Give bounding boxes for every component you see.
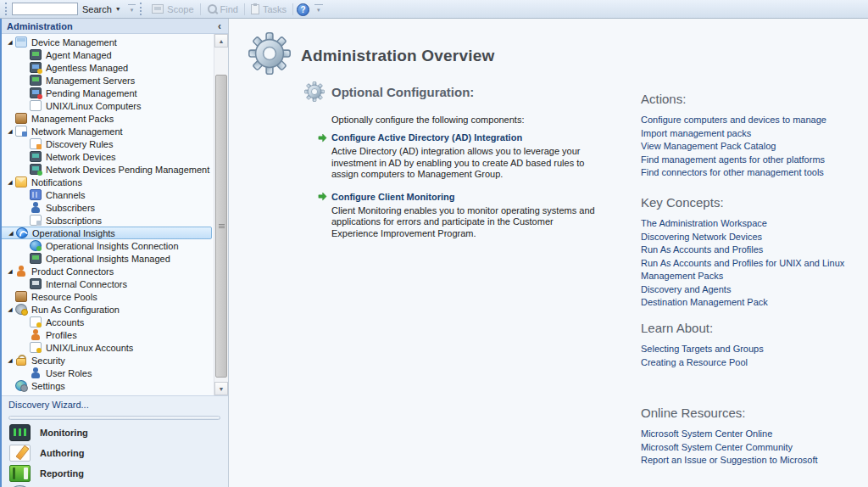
tree-item-channels[interactable]: Channels (0, 188, 214, 201)
tree-item-label: Network Devices (46, 152, 116, 162)
collapse-pane-icon[interactable]: ‹ (218, 21, 221, 31)
administration-gear-icon (248, 32, 291, 75)
config-link-configure-active-directory-ad-integration[interactable]: Configure Active Directory (AD) Integrat… (331, 132, 522, 143)
tree-item-agent-managed[interactable]: Agent Managed (0, 48, 214, 61)
tree-item-operational-insights-connection[interactable]: Operational Insights Connection (0, 239, 214, 252)
tree-item-management-packs[interactable]: Management Packs (0, 112, 214, 125)
tree-item-settings[interactable]: Settings (0, 379, 214, 392)
tree-expander-icon[interactable]: ◢ (5, 39, 15, 46)
tree-item-subscriptions[interactable]: Subscriptions (0, 214, 214, 227)
toolbar-options-icon[interactable]: ▾ (128, 4, 136, 14)
link-view-management-pack-catalog[interactable]: View Management Pack Catalog (641, 140, 868, 154)
nav-splitter[interactable] (0, 412, 228, 423)
tree-expander-icon[interactable]: ◢ (6, 230, 16, 237)
search-input[interactable] (12, 3, 78, 15)
section-learn-about: Learn About: Selecting Targets and Group… (641, 321, 868, 369)
tree-expander-icon[interactable]: ◢ (5, 268, 15, 275)
link-run-as-accounts-and-profiles[interactable]: Run As Accounts and Profiles (641, 244, 868, 257)
tree-item-management-servers[interactable]: Management Servers (0, 74, 214, 87)
link-microsoft-system-center-community[interactable]: Microsoft System Center Community (641, 441, 868, 455)
toolbar-options-icon[interactable]: ▾ (314, 4, 323, 14)
tree-item-resource-pools[interactable]: Resource Pools (0, 290, 214, 303)
tree-item-icon (15, 291, 27, 302)
link-microsoft-system-center-online[interactable]: Microsoft System Center Online (641, 428, 868, 441)
discovery-wizard-link[interactable]: Discovery Wizard... (0, 395, 228, 412)
section-heading: Online Resources: (641, 406, 868, 420)
section-heading: Learn About: (641, 321, 868, 335)
find-button[interactable]: Find (202, 3, 243, 16)
tree-item-operational-insights[interactable]: ◢ Operational Insights (0, 227, 212, 239)
scrollbar-track[interactable] (214, 48, 228, 382)
tree-item-profiles[interactable]: Profiles (0, 328, 214, 341)
tree-item-operational-insights-managed[interactable]: Operational Insights Managed (0, 252, 214, 265)
scope-button[interactable]: Scope (147, 3, 198, 16)
help-button[interactable]: ? (294, 3, 312, 16)
scroll-down-icon[interactable]: ▼ (214, 382, 228, 395)
tree-item-icon (30, 100, 42, 111)
section-links: Microsoft System Center OnlineMicrosoft … (641, 428, 868, 467)
tree-item-icon (30, 87, 42, 98)
scrollbar-thumb[interactable] (215, 75, 227, 378)
link-import-management-packs[interactable]: Import management packs (641, 127, 868, 141)
workspace-button-reporting[interactable]: Reporting (0, 463, 228, 484)
tree-item-security[interactable]: ◢ Security (0, 354, 214, 367)
tree-item-network-devices-pending-management[interactable]: Network Devices Pending Management (0, 163, 214, 176)
workspace-button-monitoring[interactable]: Monitoring (0, 423, 228, 443)
link-discovering-network-devices[interactable]: Discovering Network Devices (641, 231, 868, 244)
tree-item-icon (15, 304, 27, 315)
tree-expander-icon[interactable]: ◢ (5, 179, 15, 186)
tree-item-network-management[interactable]: ◢ Network Management (0, 125, 214, 137)
tree-expander-icon[interactable]: ◢ (5, 306, 15, 313)
tree-item-label: User Roles (46, 368, 92, 378)
link-configure-computers-and-devices-to-manage[interactable]: Configure computers and devices to manag… (641, 114, 868, 127)
link-discovery-and-agents[interactable]: Discovery and Agents (641, 283, 868, 297)
toolbar-drag-grip-icon[interactable] (5, 3, 8, 15)
tree-item-discovery-rules[interactable]: Discovery Rules (0, 137, 214, 150)
splitter-grip-icon (8, 416, 220, 420)
config-link-configure-client-monitoring[interactable]: Configure Client Monitoring (331, 192, 454, 202)
navigation-pane: Administration ‹ ◢ Device Management Age… (0, 19, 229, 487)
tree-item-icon (30, 138, 42, 149)
tree-item-unix-linux-computers[interactable]: UNIX/Linux Computers (0, 99, 214, 112)
tree-item-unix-linux-accounts[interactable]: UNIX/Linux Accounts (0, 341, 214, 354)
search-dropdown[interactable]: Search ▼ (78, 3, 125, 16)
tree-item-icon (15, 380, 27, 391)
link-run-as-accounts-and-profiles-for-unix-and-linux[interactable]: Run As Accounts and Profiles for UNIX an… (641, 257, 868, 271)
tree-expander-icon[interactable]: ◢ (5, 128, 15, 135)
workspace-icon (9, 465, 31, 482)
tree-item-subscribers[interactable]: Subscribers (0, 201, 214, 214)
tree-scrollbar[interactable]: ▲ ▼ (214, 34, 228, 395)
optional-configuration-intro: Optionally configure the following compo… (331, 115, 524, 125)
tree-item-notifications[interactable]: ◢ Notifications (0, 176, 214, 188)
tree-item-icon (15, 126, 27, 137)
link-selecting-targets-and-groups[interactable]: Selecting Targets and Groups (641, 343, 868, 356)
tree-item-accounts[interactable]: Accounts (0, 316, 214, 328)
tree-item-label: Subscribers (46, 203, 95, 213)
optional-configuration-heading: Optional Configuration: (331, 85, 474, 99)
link-the-administration-workspace[interactable]: The Administration Workspace (641, 217, 868, 231)
tasks-button[interactable]: Tasks (246, 3, 292, 16)
link-find-management-agents-for-other-platforms[interactable]: Find management agents for other platfor… (641, 154, 868, 167)
tree-expander-icon[interactable]: ◢ (5, 357, 15, 364)
link-find-connectors-for-other-management-tools[interactable]: Find connectors for other management too… (641, 166, 868, 180)
workspace-button-authoring[interactable]: Authoring (0, 443, 228, 463)
workspace-button[interactable] (0, 484, 228, 487)
scroll-up-icon[interactable]: ▲ (214, 34, 228, 48)
link-destination-management-pack[interactable]: Destination Management Pack (641, 296, 868, 310)
tree-item-product-connectors[interactable]: ◢ Product Connectors (0, 265, 214, 277)
link-management-packs[interactable]: Management Packs (641, 270, 868, 283)
tree-item-run-as-configuration[interactable]: ◢ Run As Configuration (0, 303, 214, 316)
tree-item-network-devices[interactable]: Network Devices (0, 150, 214, 163)
tree-item-internal-connectors[interactable]: Internal Connectors (0, 277, 214, 290)
tree-item-agentless-managed[interactable]: Agentless Managed (0, 61, 214, 74)
tree-item-label: Product Connectors (31, 266, 114, 277)
find-label: Find (220, 4, 238, 14)
tree-item-label: Run As Configuration (31, 305, 120, 315)
toolbar-drag-grip-icon[interactable] (140, 3, 142, 15)
link-report-an-issue-or-suggestion-to-microsoft[interactable]: Report an Issue or Suggestion to Microso… (641, 454, 868, 467)
tree-item-user-roles[interactable]: User Roles (0, 367, 214, 379)
tree-item-icon (30, 215, 42, 226)
link-creating-a-resource-pool[interactable]: Creating a Resource Pool (641, 356, 868, 370)
tree-item-pending-management[interactable]: Pending Management (0, 87, 214, 99)
tree-item-device-management[interactable]: ◢ Device Management (0, 36, 214, 48)
